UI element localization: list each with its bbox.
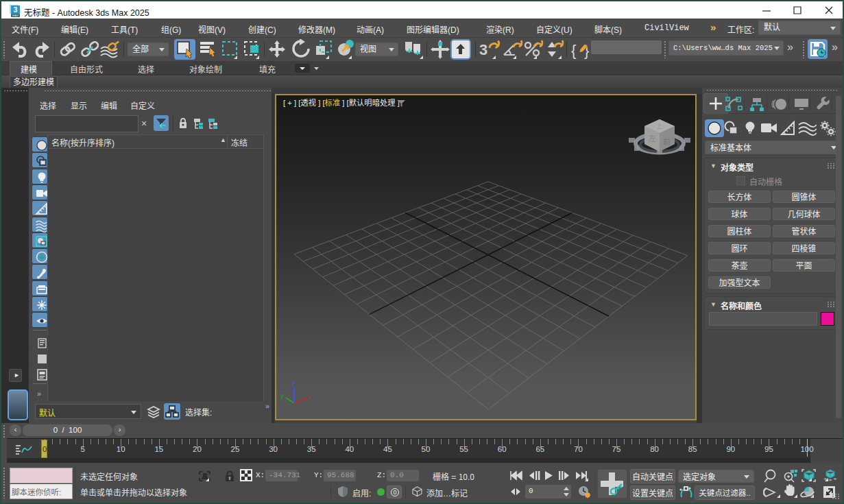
svg-text:前: 前 (663, 136, 671, 147)
svg-text:x: x (307, 394, 311, 400)
svg-text:y: y (280, 392, 284, 399)
svg-text:上: 上 (656, 121, 662, 130)
svg-text:{: { (571, 42, 576, 59)
svg-text:左: 左 (649, 132, 656, 143)
svg-text:z: z (292, 380, 296, 387)
svg-text:MAX: MAX (12, 14, 19, 17)
svg-text:[ + ] [透视 ] [标准 ] [默认明暗处理 ]: [ + ] [透视 ] [标准 ] [默认明暗处理 ] (283, 97, 400, 108)
svg-text:3: 3 (14, 6, 18, 14)
svg-text:3: 3 (479, 41, 487, 58)
